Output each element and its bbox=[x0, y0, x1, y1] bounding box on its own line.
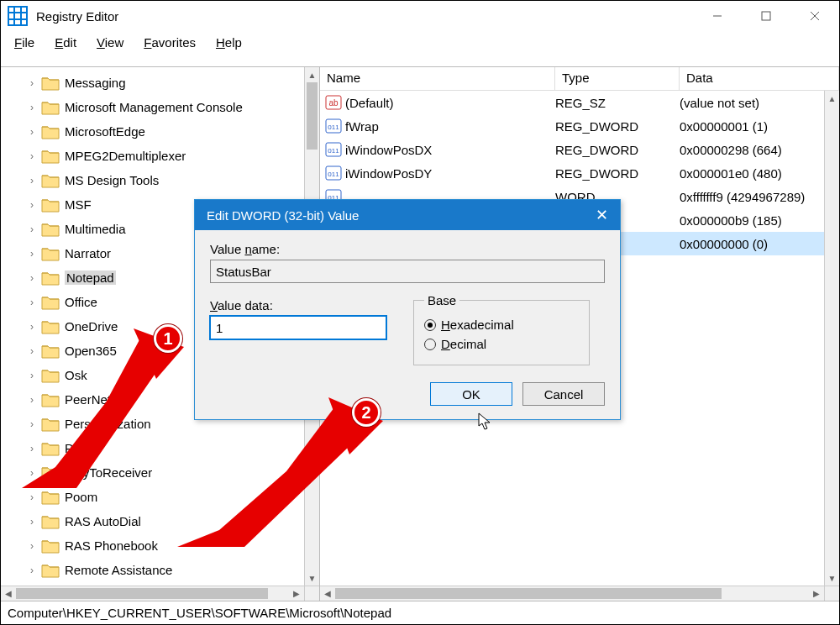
menu-edit[interactable]: Edit bbox=[45, 34, 87, 51]
expand-icon[interactable]: › bbox=[26, 77, 38, 89]
tree-item-label: Open365 bbox=[65, 344, 117, 358]
column-name[interactable]: Name bbox=[320, 67, 555, 90]
svg-text:011: 011 bbox=[328, 147, 339, 155]
menu-file[interactable]: File bbox=[4, 34, 45, 51]
expand-icon[interactable]: › bbox=[26, 418, 38, 430]
annotation-marker-1: 1 bbox=[154, 324, 182, 353]
expand-icon[interactable]: › bbox=[26, 272, 38, 284]
radio-hexadecimal[interactable]: Hexadecimal bbox=[424, 318, 579, 332]
expand-icon[interactable]: › bbox=[26, 175, 38, 186]
tree-item[interactable]: ›Remote Assistance bbox=[1, 558, 304, 582]
ok-button[interactable]: OK bbox=[430, 382, 512, 406]
folder-icon bbox=[41, 270, 60, 286]
folder-icon bbox=[41, 368, 60, 383]
radio-icon bbox=[424, 319, 436, 331]
list-header[interactable]: Name Type Data bbox=[320, 67, 839, 91]
dialog-close-icon[interactable]: ✕ bbox=[596, 206, 608, 224]
expand-icon[interactable]: › bbox=[26, 223, 38, 235]
menu-view[interactable]: View bbox=[87, 34, 134, 51]
tree-item-label: Phone bbox=[65, 441, 101, 455]
statusbar: Computer\HKEY_CURRENT_USER\SOFTWARE\Micr… bbox=[1, 601, 839, 624]
dialog-title: Edit DWORD (32-bit) Value bbox=[207, 208, 359, 223]
tree-item[interactable]: ›Messaging bbox=[1, 71, 304, 95]
expand-icon[interactable]: › bbox=[26, 248, 38, 260]
list-row[interactable]: ab(Default)REG_SZ(value not set) bbox=[320, 91, 824, 114]
value-type-icon: ab bbox=[325, 95, 342, 110]
value-name-label: Value name: bbox=[210, 242, 605, 256]
folder-icon bbox=[41, 441, 60, 456]
expand-icon[interactable]: › bbox=[26, 370, 38, 381]
list-row[interactable]: 011iWindowPosDXREG_DWORD0x00000298 (664) bbox=[320, 138, 824, 161]
mouse-cursor-icon bbox=[478, 412, 491, 431]
minimize-button[interactable] bbox=[693, 1, 742, 31]
value-data-input[interactable] bbox=[210, 316, 386, 339]
expand-icon[interactable]: › bbox=[26, 491, 38, 503]
tree-item[interactable]: ›Poom bbox=[1, 485, 304, 509]
value-name-cell: iWindowPosDX bbox=[345, 143, 555, 157]
folder-icon bbox=[41, 246, 60, 261]
folder-icon bbox=[41, 490, 60, 505]
tree-item[interactable]: ›MPEG2Demultiplexer bbox=[1, 144, 304, 168]
svg-text:ab: ab bbox=[328, 98, 339, 108]
expand-icon[interactable]: › bbox=[26, 297, 38, 308]
list-horizontal-scrollbar[interactable]: ◀ ▶ bbox=[320, 586, 824, 601]
tree-horizontal-scrollbar[interactable]: ◀ ▶ bbox=[1, 586, 304, 601]
radio-decimal[interactable]: Decimal bbox=[424, 337, 579, 351]
tree-item-label: MSF bbox=[65, 197, 92, 212]
tree-item[interactable]: ›MS Design Tools bbox=[1, 168, 304, 192]
maximize-button[interactable] bbox=[742, 1, 790, 31]
folder-icon bbox=[41, 538, 60, 554]
column-data[interactable]: Data bbox=[680, 67, 839, 90]
close-button[interactable] bbox=[790, 1, 839, 31]
tree-item-label: RAS AutoDial bbox=[65, 514, 141, 528]
expand-icon[interactable]: › bbox=[26, 394, 38, 406]
dialog-titlebar[interactable]: Edit DWORD (32-bit) Value ✕ bbox=[195, 200, 620, 230]
cancel-button[interactable]: Cancel bbox=[522, 382, 605, 406]
expand-icon[interactable]: › bbox=[26, 321, 38, 333]
tree-item-label: OneDrive bbox=[65, 319, 118, 334]
tree-item-label: MPEG2Demultiplexer bbox=[65, 149, 186, 163]
tree-item[interactable]: ›RAS AutoDial bbox=[1, 509, 304, 533]
column-type[interactable]: Type bbox=[555, 67, 680, 90]
tree-item[interactable]: ›Microsoft Management Console bbox=[1, 95, 304, 119]
tree-item[interactable]: ›RAS Phonebook bbox=[1, 533, 304, 558]
list-vertical-scrollbar[interactable]: ▲ ▼ bbox=[824, 91, 839, 586]
window-title: Registry Editor bbox=[36, 9, 118, 24]
expand-icon[interactable]: › bbox=[26, 345, 38, 357]
tree-item-label: Personalization bbox=[65, 417, 151, 431]
tree-item-label: MicrosoftEdge bbox=[65, 124, 145, 139]
folder-icon bbox=[41, 319, 60, 334]
expand-icon[interactable]: › bbox=[26, 516, 38, 528]
tree-item[interactable]: ›PlayToReceiver bbox=[1, 460, 304, 485]
expand-icon[interactable]: › bbox=[26, 565, 38, 576]
list-row[interactable]: 011iWindowPosDYREG_DWORD0x000001e0 (480) bbox=[320, 161, 824, 185]
tree-item-label: Notepad bbox=[65, 270, 116, 285]
folder-icon bbox=[41, 392, 60, 407]
tree-item[interactable]: ›Phone bbox=[1, 436, 304, 460]
expand-icon[interactable]: › bbox=[26, 102, 38, 113]
menu-help[interactable]: Help bbox=[206, 34, 252, 51]
menu-favorites[interactable]: Favorites bbox=[134, 34, 206, 51]
expand-icon[interactable]: › bbox=[26, 443, 38, 454]
tree-item-label: MS Design Tools bbox=[65, 173, 159, 187]
expand-icon[interactable]: › bbox=[26, 126, 38, 138]
folder-icon bbox=[41, 417, 60, 432]
edit-dword-dialog: Edit DWORD (32-bit) Value ✕ Value name: … bbox=[194, 199, 621, 420]
expand-icon[interactable]: › bbox=[26, 150, 38, 162]
value-type-icon: 011 bbox=[325, 118, 342, 134]
base-fieldset: Base Hexadecimal Decimal bbox=[413, 293, 590, 365]
app-icon bbox=[8, 6, 28, 26]
window-controls bbox=[693, 1, 839, 31]
tree-item[interactable]: ›MicrosoftEdge bbox=[1, 119, 304, 144]
folder-icon bbox=[41, 465, 60, 481]
expand-icon[interactable]: › bbox=[26, 199, 38, 211]
expand-icon[interactable]: › bbox=[26, 467, 38, 479]
titlebar: Registry Editor bbox=[1, 1, 839, 31]
list-row[interactable]: 011fWrapREG_DWORD0x00000001 (1) bbox=[320, 114, 824, 138]
value-name-input[interactable] bbox=[210, 260, 605, 283]
folder-icon bbox=[41, 76, 60, 91]
folder-icon bbox=[41, 514, 60, 529]
tree-item-label: Osk bbox=[65, 368, 87, 382]
expand-icon[interactable]: › bbox=[26, 540, 38, 552]
svg-text:011: 011 bbox=[328, 123, 339, 131]
